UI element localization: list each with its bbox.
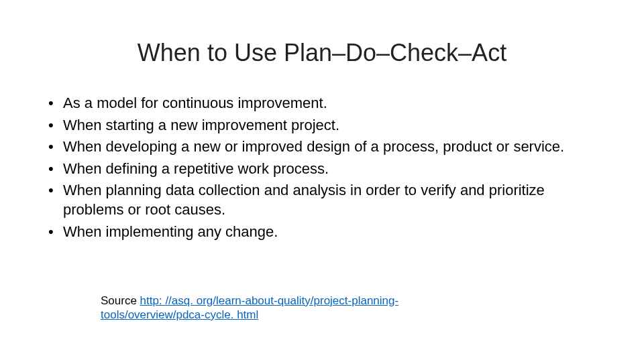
source-label: Source (101, 294, 140, 307)
list-item: When implementing any change. (48, 223, 604, 242)
slide: When to Use Plan–Do–Check–Act As a model… (0, 0, 644, 362)
list-item: As a model for continuous improvement. (48, 94, 604, 113)
source-citation: Source http: //asq. org/learn-about-qual… (101, 294, 470, 322)
slide-title: When to Use Plan–Do–Check–Act (0, 39, 644, 67)
list-item: When starting a new improvement project. (48, 116, 604, 135)
list-item: When developing a new or improved design… (48, 137, 604, 157)
list-item: When planning data collection and analys… (48, 181, 604, 219)
source-link[interactable]: http: //asq. org/learn-about-quality/pro… (101, 294, 398, 321)
list-item: When defining a repetitive work process. (48, 160, 604, 179)
bullet-list: As a model for continuous improvement. W… (48, 94, 604, 244)
